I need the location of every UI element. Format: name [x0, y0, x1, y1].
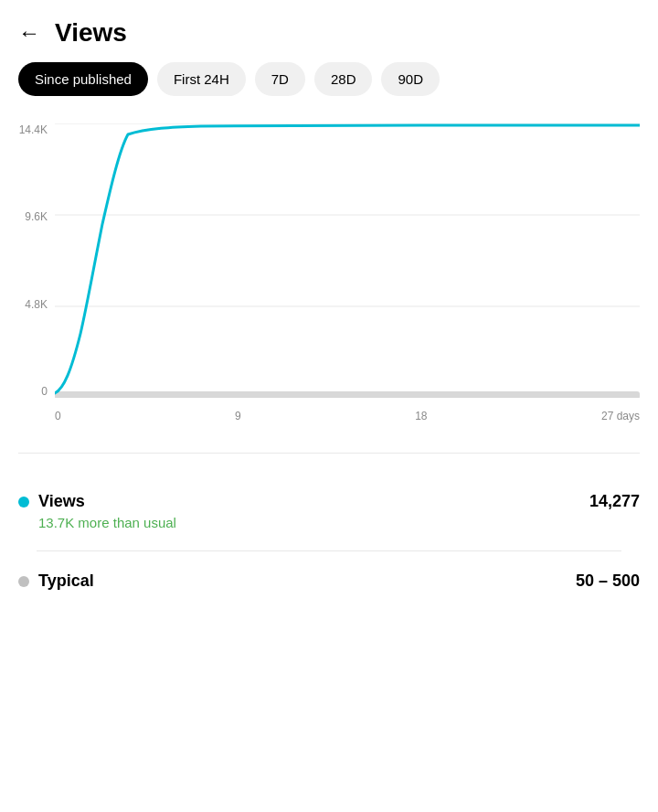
- typical-dot: [18, 576, 29, 587]
- x-label-18: 18: [415, 410, 427, 422]
- stat-left-typical: Typical: [18, 572, 94, 591]
- header: ← Views: [0, 0, 658, 62]
- filter-tab-28d[interactable]: 28D: [314, 62, 373, 96]
- filter-tab-7d[interactable]: 7D: [255, 62, 305, 96]
- views-sub: 13.7K more than usual: [38, 515, 176, 530]
- filter-tabs: Since publishedFirst 24H7D28D90D: [0, 62, 658, 114]
- typical-label: Typical: [38, 572, 94, 591]
- y-label-mid1: 9.6K: [25, 210, 48, 223]
- chart-plot: [55, 123, 640, 398]
- filter-tab-since_published[interactable]: Since published: [18, 62, 148, 96]
- stat-label-row-typical: Typical: [18, 572, 94, 591]
- filter-tab-first_24h[interactable]: First 24H: [157, 62, 246, 96]
- y-axis: 14.4K 9.6K 4.8K 0: [9, 123, 55, 398]
- stats-section: Views 13.7K more than usual 14,277 Typic…: [0, 463, 658, 620]
- svg-rect-3: [55, 391, 640, 398]
- stat-row-views: Views 13.7K more than usual 14,277: [18, 481, 640, 541]
- views-label: Views: [38, 492, 85, 511]
- filter-tab-90d[interactable]: 90D: [381, 62, 440, 96]
- back-button[interactable]: ←: [18, 20, 40, 46]
- views-value: 14,277: [589, 492, 640, 511]
- y-label-mid2: 4.8K: [25, 298, 48, 311]
- chart-svg: [55, 123, 640, 398]
- y-label-bottom: 0: [41, 385, 48, 398]
- stat-row-typical: Typical 50 – 500: [18, 561, 640, 602]
- chart-container: 14.4K 9.6K 4.8K 0 0 9 18: [0, 114, 658, 443]
- chart-area: 14.4K 9.6K 4.8K 0 0 9 18: [9, 123, 640, 434]
- x-label-0: 0: [55, 410, 61, 422]
- typical-value: 50 – 500: [576, 572, 640, 591]
- divider-2: [37, 550, 621, 551]
- x-label-27: 27 days: [601, 410, 640, 422]
- x-label-9: 9: [235, 410, 241, 422]
- divider-1: [18, 453, 640, 454]
- page-title: Views: [55, 18, 127, 48]
- y-label-top: 14.4K: [19, 123, 48, 136]
- stat-left-views: Views 13.7K more than usual: [18, 492, 176, 530]
- views-dot: [18, 497, 29, 508]
- stat-label-row-views: Views: [18, 492, 85, 511]
- x-axis: 0 9 18 27 days: [55, 398, 640, 434]
